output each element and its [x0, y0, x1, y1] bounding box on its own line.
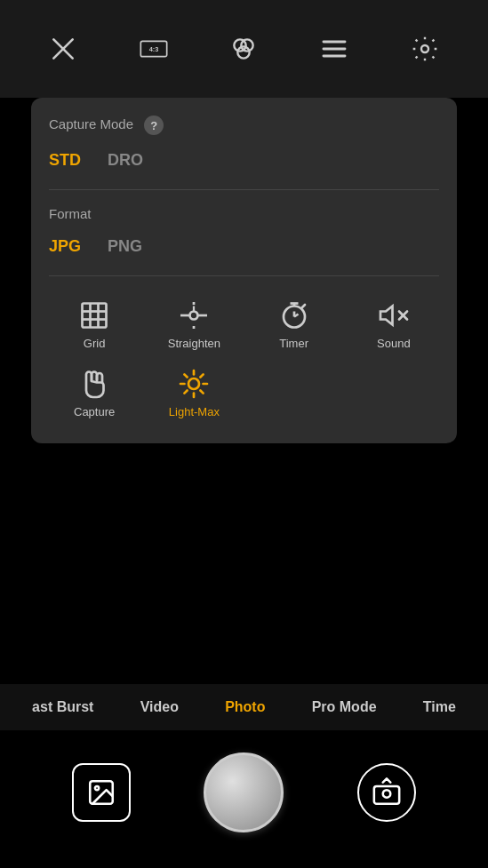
svg-point-41: [383, 790, 391, 798]
svg-point-5: [242, 39, 253, 51]
svg-point-6: [238, 46, 250, 58]
format-label: Format: [49, 206, 439, 221]
flash-button[interactable]: [44, 29, 83, 68]
svg-point-30: [188, 378, 199, 389]
flip-camera-button[interactable]: [357, 763, 416, 822]
mode-fast-burst[interactable]: ast Burst: [32, 699, 93, 715]
format-jpg-button[interactable]: JPG: [49, 234, 81, 259]
gallery-button[interactable]: [72, 763, 131, 822]
svg-rect-11: [83, 304, 107, 328]
ratio-button[interactable]: 4:3: [134, 29, 173, 68]
mode-pro-mode[interactable]: Pro Mode: [312, 699, 377, 715]
light-max-label: Light-Max: [169, 405, 220, 418]
svg-point-10: [421, 45, 428, 52]
settings-button[interactable]: [405, 29, 444, 68]
svg-marker-27: [380, 307, 393, 325]
settings-panel: Capture Mode ? STD DRO Format JPG PNG: [31, 98, 457, 443]
grid-label: Grid: [84, 337, 106, 350]
light-max-tool[interactable]: Light-Max: [148, 361, 239, 426]
effects-button[interactable]: [224, 29, 263, 68]
help-icon[interactable]: ?: [144, 115, 164, 135]
mode-time[interactable]: Time: [423, 699, 456, 715]
straighten-label: Straighten: [168, 337, 220, 350]
svg-text:4:3: 4:3: [148, 45, 158, 53]
timer-tool[interactable]: Timer: [249, 292, 340, 357]
sound-label: Sound: [377, 337, 411, 350]
format-png-button[interactable]: PNG: [108, 234, 142, 259]
mode-photo[interactable]: Photo: [225, 699, 265, 715]
capture-mode-section: Capture Mode ? STD DRO: [49, 115, 439, 173]
divider-2: [49, 275, 439, 276]
svg-line-35: [185, 374, 188, 377]
tools-grid: Grid Straighten: [49, 292, 439, 357]
grid-tool[interactable]: Grid: [49, 292, 140, 357]
shutter-button[interactable]: [204, 753, 284, 832]
mode-std-button[interactable]: STD: [49, 147, 81, 173]
tools-row2: Capture Light-Max: [49, 361, 439, 426]
mode-bar: ast Burst Video Photo Pro Mode Time: [0, 684, 488, 730]
mode-video[interactable]: Video: [140, 699, 179, 715]
capture-label: Capture: [74, 405, 115, 418]
svg-line-37: [201, 374, 204, 377]
format-section: Format JPG PNG: [49, 206, 439, 259]
capture-mode-buttons: STD DRO: [49, 147, 439, 173]
svg-point-16: [190, 312, 198, 320]
svg-point-40: [95, 786, 99, 790]
format-buttons: JPG PNG: [49, 234, 439, 259]
timer-label: Timer: [279, 337, 308, 350]
svg-line-36: [201, 390, 204, 393]
camera-controls: [0, 739, 488, 846]
menu-button[interactable]: [315, 29, 354, 68]
capture-mode-label: Capture Mode ?: [49, 115, 439, 135]
svg-line-38: [185, 390, 188, 393]
top-toolbar: 4:3: [0, 0, 488, 98]
straighten-tool[interactable]: Straighten: [148, 292, 239, 357]
capture-tool[interactable]: Capture: [49, 361, 140, 426]
divider-1: [49, 189, 439, 190]
mode-dro-button[interactable]: DRO: [108, 147, 143, 173]
sound-tool[interactable]: Sound: [348, 292, 439, 357]
